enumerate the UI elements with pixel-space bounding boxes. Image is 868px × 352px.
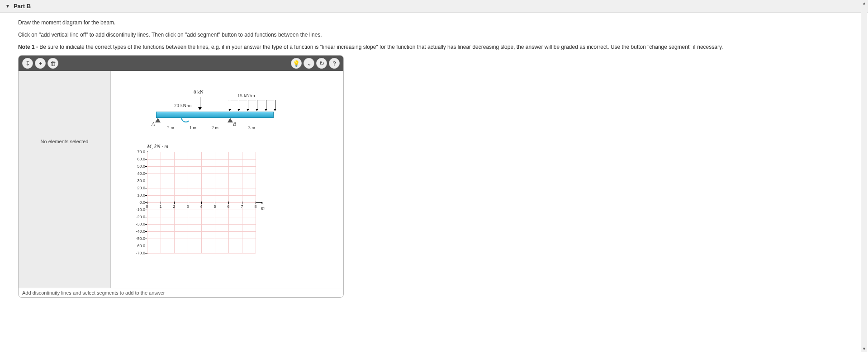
- selection-empty-text: No elements selected: [41, 139, 89, 144]
- note-body: Be sure to indicate the correct types of…: [39, 44, 723, 50]
- chart-xtick-label: 8: [254, 204, 256, 209]
- part-header[interactable]: ▼ Part B: [0, 0, 868, 13]
- selection-panel: No elements selected: [19, 71, 111, 288]
- canvas-panel[interactable]: 8 kN 20 kN·m 15 kN/m: [111, 71, 343, 288]
- distributed-load-icon: [228, 100, 274, 112]
- chart-ytick-label: 60.0: [132, 157, 145, 161]
- chart-xtick: [201, 202, 202, 204]
- more-button[interactable]: ⌄: [304, 58, 314, 69]
- chart-ytick-label: 70.0: [132, 150, 145, 154]
- instruction-line-2: Click on "add vertical line off" to add …: [18, 31, 850, 39]
- widget-body: No elements selected 8 kN 20 kN·m 15 kN/…: [19, 71, 343, 288]
- dimension-row: 2 m 1 m 2 m 3 m: [156, 125, 274, 130]
- dim-1: 2 m: [166, 125, 175, 130]
- chart-xtick-label: 6: [227, 204, 229, 209]
- chart-ytick-label: 40.0: [132, 171, 145, 176]
- chart-xtick: [228, 202, 229, 204]
- pin-support-icon: [155, 118, 161, 122]
- chart-ytick-label: 10.0: [132, 193, 145, 197]
- chart-xtick: [256, 202, 256, 204]
- add-vertical-line-button[interactable]: ↧: [22, 58, 33, 69]
- chart-xtick-label: 7: [241, 204, 243, 209]
- chart-ytick-label: -10.0: [132, 207, 145, 212]
- point-load-label: 8 kN: [194, 89, 204, 94]
- chart-ytick-label: -40.0: [132, 229, 145, 234]
- beam-rect: [156, 112, 274, 118]
- hint-button[interactable]: 💡: [291, 58, 302, 69]
- content-area: Draw the moment diagram for the beam. Cl…: [0, 13, 868, 304]
- help-button[interactable]: ?: [329, 58, 340, 69]
- add-segment-button[interactable]: ＋: [35, 58, 46, 69]
- scroll-up-icon[interactable]: ▲: [862, 0, 866, 6]
- chart-xtick: [188, 202, 188, 204]
- point-load-arrow-icon: [198, 97, 202, 110]
- chart-xtick-label: 0: [146, 204, 148, 209]
- chart-xtick-label: 5: [213, 204, 216, 209]
- widget-footer-hint: Add discontinuity lines and select segme…: [19, 288, 343, 297]
- collapse-arrow-icon: ▼: [5, 4, 10, 9]
- chart-xtick: [242, 202, 242, 204]
- roller-support-icon: [228, 118, 233, 122]
- dim-2: 1 m: [189, 125, 197, 130]
- instructions: Draw the moment diagram for the beam. Cl…: [18, 19, 850, 51]
- part-title: Part B: [14, 3, 31, 9]
- applied-moment-label: 20 kN·m: [174, 103, 192, 108]
- chart-xtick: [215, 202, 215, 204]
- page-scrollbar[interactable]: ▲ ▼: [861, 0, 867, 304]
- moment-chart[interactable]: M, kN · m x, m 70.060.050.040.030.020.01…: [147, 143, 334, 253]
- chart-y-axis-title: M, kN · m: [147, 143, 334, 150]
- chart-xtick-label: 3: [186, 204, 189, 209]
- dim-3: 2 m: [211, 125, 219, 130]
- chart-ytick-label: 0.0: [132, 200, 145, 205]
- chart-ytick-label: -20.0: [132, 215, 145, 219]
- chart-ytick-label: -30.0: [132, 222, 145, 226]
- chart-ytick-label: -70.0: [132, 251, 145, 255]
- instruction-line-1: Draw the moment diagram for the beam.: [18, 19, 850, 27]
- chart-ytick-label: -60.0: [132, 244, 145, 248]
- support-a-label: A: [152, 121, 155, 127]
- beam-diagram: 8 kN 20 kN·m 15 kN/m: [147, 84, 334, 134]
- chart-grid[interactable]: x, m 70.060.050.040.030.020.010.00.0-10.…: [147, 152, 256, 253]
- chart-x-axis-title: x, m: [261, 200, 265, 211]
- note-prefix: Note 1 -: [18, 44, 39, 50]
- toolbar-right-group: 💡 ⌄ ↻ ?: [291, 58, 340, 69]
- chart-xtick-label: 2: [173, 204, 175, 209]
- chart-ytick-label: 50.0: [132, 164, 145, 169]
- delete-button[interactable]: 🗑: [47, 58, 58, 69]
- reset-button[interactable]: ↻: [316, 58, 327, 69]
- chart-hgridline: [147, 253, 256, 253]
- chart-ytick-label: 20.0: [132, 186, 145, 190]
- chart-xtick-label: 1: [159, 204, 161, 209]
- widget-toolbar: ↧ ＋ 🗑 💡 ⌄ ↻ ?: [19, 56, 343, 71]
- toolbar-left-group: ↧ ＋ 🗑: [22, 58, 58, 69]
- drawing-widget: ↧ ＋ 🗑 💡 ⌄ ↻ ? No elements selected 8 kN …: [18, 55, 344, 298]
- instruction-note: Note 1 - Be sure to indicate the correct…: [18, 43, 850, 51]
- dim-4: 3 m: [247, 125, 256, 130]
- chart-ytick-label: -50.0: [132, 236, 145, 241]
- chart-xtick-label: 4: [200, 204, 202, 209]
- chart-xtick: [161, 202, 161, 204]
- chart-ytick-label: 30.0: [132, 178, 145, 183]
- chart-xtick: [147, 202, 147, 204]
- beam-box: 8 kN 20 kN·m 15 kN/m: [147, 84, 334, 134]
- distributed-load-label: 15 kN/m: [237, 93, 255, 98]
- chart-xtick: [174, 202, 175, 204]
